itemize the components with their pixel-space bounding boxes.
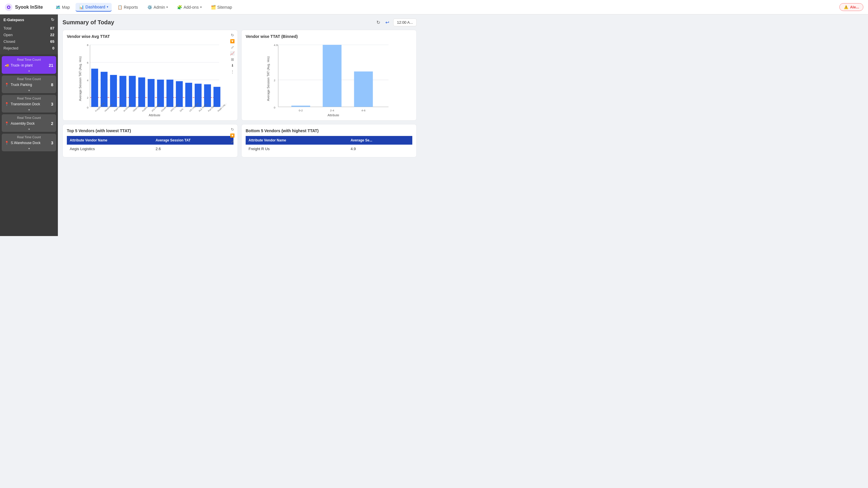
top5-tat: 2.6 bbox=[153, 144, 234, 153]
svg-text:6: 6 bbox=[87, 61, 88, 64]
bottom5-vendors-card: Bottom 5 Vendors (with highest TTAT) Att… bbox=[241, 124, 416, 157]
top5-refresh-icon[interactable]: ↻ bbox=[231, 127, 234, 132]
svg-text:2: 2 bbox=[87, 96, 88, 99]
top5-col2-header: Average Session TAT bbox=[153, 136, 234, 144]
stat-open: Open 22 bbox=[3, 32, 54, 38]
nav-admin[interactable]: ⚙️ Admin ▾ bbox=[144, 3, 172, 11]
nav-sitemap[interactable]: 🗂️ Sitemap bbox=[208, 3, 236, 11]
rtc-cards-container: Real Time Count 🚚 Truck- in plant 21 ▾ R… bbox=[0, 56, 58, 151]
rtc-label-4: 📍 S.Warehouse Dock bbox=[5, 141, 40, 145]
rtc-icon-0: 🚚 bbox=[5, 63, 9, 67]
expand-icon[interactable]: ⤢ bbox=[231, 45, 234, 50]
rtc-header-2: Real Time Count bbox=[2, 95, 56, 101]
vendor-avg-ttat-chart: 8 6 4 2 0 bbox=[67, 41, 234, 116]
rtc-label-0: 🚚 Truck- in plant bbox=[5, 63, 33, 67]
admin-icon: ⚙️ bbox=[147, 5, 152, 9]
table-icon[interactable]: ⊞ bbox=[231, 57, 234, 62]
nav-reports[interactable]: 📋 Reports bbox=[114, 3, 142, 11]
charts-grid: Vendor wise Avg TTAT ↻ 🔽 ⤢ 📈 ⊞ ⬇ ⋮ 8 6 4 bbox=[62, 30, 416, 121]
reports-icon: 📋 bbox=[118, 5, 122, 9]
logo-icon bbox=[5, 3, 13, 11]
rtc-card-4[interactable]: Real Time Count 📍 S.Warehouse Dock 3 ▾ bbox=[2, 134, 56, 151]
svg-text:0: 0 bbox=[87, 106, 89, 109]
top5-table: Attribute Vendor Name Average Session TA… bbox=[67, 136, 234, 153]
rtc-caret-1: ▾ bbox=[2, 89, 56, 93]
refresh-chart-icon[interactable]: ↻ bbox=[231, 33, 234, 37]
nav-addons[interactable]: 🧩 Add-ons ▾ bbox=[174, 3, 205, 11]
stat-total: Total 87 bbox=[3, 25, 54, 32]
addons-caret-icon: ▾ bbox=[200, 5, 202, 9]
vendor-avg-ttat-actions: ↻ 🔽 ⤢ 📈 ⊞ ⬇ ⋮ bbox=[230, 33, 235, 74]
top5-title: Top 5 Vendors (with lowest TTAT) bbox=[67, 128, 234, 133]
bottom5-col2-header: Average Se... bbox=[348, 136, 412, 144]
svg-rect-21 bbox=[148, 79, 155, 107]
stat-closed: Closed 65 bbox=[3, 38, 54, 45]
top5-header-row: Attribute Vendor Name Average Session TA… bbox=[67, 136, 234, 144]
svg-text:DHL: DHL bbox=[179, 107, 184, 112]
svg-rect-52 bbox=[291, 106, 310, 107]
svg-text:2: 2 bbox=[274, 79, 275, 82]
rtc-caret-4: ▾ bbox=[2, 147, 56, 151]
dashboard-caret-icon: ▾ bbox=[107, 5, 108, 8]
svg-text:8: 8 bbox=[87, 43, 88, 46]
more-icon[interactable]: ⋮ bbox=[230, 69, 235, 74]
bottom5-table: Attribute Vendor Name Average Se... Frei… bbox=[246, 136, 412, 153]
top5-filter-icon[interactable]: 🔽 bbox=[230, 133, 235, 138]
rtc-header-3: Real Time Count bbox=[2, 114, 56, 120]
svg-point-2 bbox=[8, 6, 9, 8]
rtc-icon-1: 📍 bbox=[5, 83, 9, 87]
rtc-label-2: 📍 Transmission Dock bbox=[5, 102, 40, 106]
rtc-count-2: 3 bbox=[51, 102, 53, 106]
nav-dashboard[interactable]: 📊 Dashboard ▾ bbox=[75, 3, 112, 11]
bottom5-tat: 4.9 bbox=[348, 144, 412, 153]
nav-map[interactable]: 🗺️ Map bbox=[52, 3, 73, 11]
svg-text:Attribute: Attribute bbox=[328, 113, 339, 116]
rtc-card-2[interactable]: Real Time Count 📍 Transmission Dock 3 ▾ bbox=[2, 95, 56, 112]
svg-text:0: 0 bbox=[274, 106, 275, 109]
rtc-label-1: 📍 Truck Parking bbox=[5, 83, 32, 87]
svg-text:0-2: 0-2 bbox=[299, 109, 303, 112]
bottom5-col1-header: Attribute Vendor Name bbox=[246, 136, 348, 144]
main-layout: ‹ E-Gatepass ↻ Total 87 Open 22 Closed 6… bbox=[0, 14, 421, 236]
topnav: Syook InSite 🗺️ Map 📊 Dashboard ▾ 📋 Repo… bbox=[0, 0, 421, 14]
svg-rect-15 bbox=[91, 69, 98, 107]
rtc-header-0: Real Time Count bbox=[2, 56, 56, 62]
rtc-count-3: 2 bbox=[51, 121, 53, 126]
top5-col1-header: Attribute Vendor Name bbox=[67, 136, 153, 144]
rtc-card-3[interactable]: Real Time Count 📍 Assembly Dock 2 ▾ bbox=[2, 114, 56, 132]
rtc-card-0[interactable]: Real Time Count 🚚 Truck- in plant 21 ▾ bbox=[2, 56, 56, 74]
svg-rect-22 bbox=[157, 79, 164, 107]
rtc-count-4: 3 bbox=[51, 140, 53, 145]
svg-text:4-6: 4-6 bbox=[361, 109, 365, 112]
time-display: 12:00 A... bbox=[393, 19, 416, 26]
download-icon[interactable]: ⬇ bbox=[231, 63, 234, 68]
svg-rect-54 bbox=[354, 71, 373, 107]
addons-icon: 🧩 bbox=[177, 5, 182, 9]
summary-title: Summary of Today bbox=[62, 19, 114, 26]
top5-vendor: Aegis Logistics bbox=[67, 144, 153, 153]
top5-expand-icon[interactable]: ⤢ bbox=[231, 139, 234, 144]
egatepass-header: E-Gatepass ↻ bbox=[3, 18, 54, 22]
rtc-card-1[interactable]: Real Time Count 📍 Truck Parking 8 ▾ bbox=[2, 75, 56, 93]
svg-text:Average Session TAT (Avg. Hrs): Average Session TAT (Avg. Hrs) bbox=[267, 56, 270, 101]
svg-rect-17 bbox=[110, 75, 117, 107]
undo-icon[interactable]: ↩ bbox=[384, 19, 390, 26]
dashboard-icon: 📊 bbox=[79, 5, 84, 9]
top5-actions: ↻ 🔽 ⤢ bbox=[230, 127, 235, 144]
svg-text:Attribute: Attribute bbox=[149, 113, 160, 116]
rtc-header-4: Real Time Count bbox=[2, 134, 56, 139]
refresh-icon[interactable]: ↻ bbox=[375, 19, 381, 26]
svg-rect-19 bbox=[129, 76, 136, 107]
egatepass-refresh-icon[interactable]: ↻ bbox=[51, 18, 54, 22]
trend-icon[interactable]: 📈 bbox=[230, 51, 235, 56]
bottom5-header-row: Attribute Vendor Name Average Se... bbox=[246, 136, 412, 144]
summary-actions: ↻ ↩ 12:00 A... bbox=[375, 19, 416, 26]
top5-row: Aegis Logistics2.6 bbox=[67, 144, 234, 153]
rtc-icon-4: 📍 bbox=[5, 141, 9, 145]
svg-text:Average Session TAT (Avg. Hrs): Average Session TAT (Avg. Hrs) bbox=[79, 56, 82, 101]
svg-rect-18 bbox=[120, 76, 126, 107]
filter-icon[interactable]: 🔽 bbox=[230, 39, 235, 43]
rtc-header-1: Real Time Count bbox=[2, 75, 56, 81]
rtc-caret-0: ▾ bbox=[2, 69, 56, 74]
sidebar: ‹ E-Gatepass ↻ Total 87 Open 22 Closed 6… bbox=[0, 14, 58, 236]
